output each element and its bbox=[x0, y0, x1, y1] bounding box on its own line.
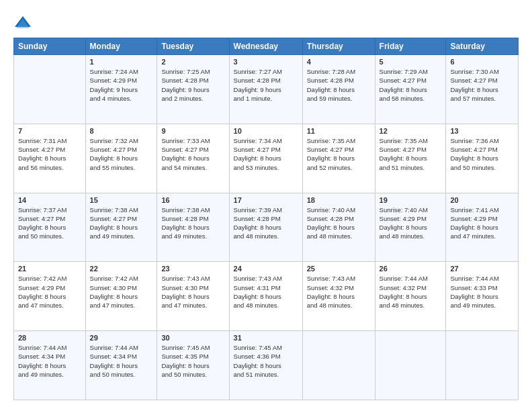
day-number: 5 bbox=[380, 58, 442, 66]
calendar-cell: 26Sunrise: 7:44 AM Sunset: 4:32 PM Dayli… bbox=[375, 262, 446, 331]
calendar-cell: 7Sunrise: 7:31 AM Sunset: 4:27 PM Daylig… bbox=[14, 124, 86, 193]
calendar-week-1: 1Sunrise: 7:24 AM Sunset: 4:29 PM Daylig… bbox=[14, 55, 519, 124]
cell-details: Sunrise: 7:34 AM Sunset: 4:27 PM Dayligh… bbox=[234, 136, 298, 172]
cell-details: Sunrise: 7:44 AM Sunset: 4:33 PM Dayligh… bbox=[450, 274, 514, 310]
day-number: 3 bbox=[234, 58, 298, 66]
calendar-cell bbox=[375, 331, 446, 400]
calendar-cell: 12Sunrise: 7:35 AM Sunset: 4:27 PM Dayli… bbox=[375, 124, 446, 193]
cell-details: Sunrise: 7:33 AM Sunset: 4:27 PM Dayligh… bbox=[161, 136, 224, 172]
cell-details: Sunrise: 7:43 AM Sunset: 4:32 PM Dayligh… bbox=[307, 274, 371, 310]
calendar-cell: 23Sunrise: 7:43 AM Sunset: 4:30 PM Dayli… bbox=[157, 262, 229, 331]
day-number: 10 bbox=[234, 127, 298, 135]
calendar-cell: 18Sunrise: 7:40 AM Sunset: 4:28 PM Dayli… bbox=[302, 193, 375, 262]
weekday-header-monday: Monday bbox=[85, 38, 157, 55]
cell-details: Sunrise: 7:42 AM Sunset: 4:30 PM Dayligh… bbox=[90, 274, 153, 310]
calendar-cell: 19Sunrise: 7:40 AM Sunset: 4:29 PM Dayli… bbox=[375, 193, 446, 262]
cell-details: Sunrise: 7:45 AM Sunset: 4:35 PM Dayligh… bbox=[161, 343, 224, 379]
calendar-cell: 10Sunrise: 7:34 AM Sunset: 4:27 PM Dayli… bbox=[229, 124, 302, 193]
calendar-cell: 22Sunrise: 7:42 AM Sunset: 4:30 PM Dayli… bbox=[85, 262, 157, 331]
calendar-cell: 24Sunrise: 7:43 AM Sunset: 4:31 PM Dayli… bbox=[229, 262, 302, 331]
calendar-cell bbox=[302, 331, 375, 400]
day-number: 22 bbox=[90, 265, 153, 273]
calendar-cell: 29Sunrise: 7:44 AM Sunset: 4:34 PM Dayli… bbox=[85, 331, 157, 400]
cell-details: Sunrise: 7:38 AM Sunset: 4:28 PM Dayligh… bbox=[161, 205, 224, 241]
day-number: 21 bbox=[18, 265, 81, 273]
day-number: 16 bbox=[161, 196, 224, 204]
weekday-header-tuesday: Tuesday bbox=[157, 38, 229, 55]
calendar-cell: 6Sunrise: 7:30 AM Sunset: 4:27 PM Daylig… bbox=[446, 55, 519, 124]
calendar-cell: 21Sunrise: 7:42 AM Sunset: 4:29 PM Dayli… bbox=[14, 262, 86, 331]
calendar-week-2: 7Sunrise: 7:31 AM Sunset: 4:27 PM Daylig… bbox=[14, 124, 519, 193]
day-number: 18 bbox=[307, 196, 371, 204]
cell-details: Sunrise: 7:40 AM Sunset: 4:29 PM Dayligh… bbox=[380, 205, 442, 241]
logo-icon bbox=[13, 13, 32, 32]
cell-details: Sunrise: 7:35 AM Sunset: 4:27 PM Dayligh… bbox=[380, 136, 442, 172]
cell-details: Sunrise: 7:41 AM Sunset: 4:29 PM Dayligh… bbox=[450, 205, 514, 241]
day-number: 24 bbox=[234, 265, 298, 273]
weekday-header-sunday: Sunday bbox=[14, 38, 86, 55]
cell-details: Sunrise: 7:29 AM Sunset: 4:27 PM Dayligh… bbox=[380, 67, 442, 103]
calendar-cell bbox=[14, 55, 86, 124]
calendar-cell: 13Sunrise: 7:36 AM Sunset: 4:27 PM Dayli… bbox=[446, 124, 519, 193]
day-number: 30 bbox=[161, 334, 224, 342]
calendar-cell: 31Sunrise: 7:45 AM Sunset: 4:36 PM Dayli… bbox=[229, 331, 302, 400]
cell-details: Sunrise: 7:42 AM Sunset: 4:29 PM Dayligh… bbox=[18, 274, 81, 310]
calendar-cell: 28Sunrise: 7:44 AM Sunset: 4:34 PM Dayli… bbox=[14, 331, 86, 400]
cell-details: Sunrise: 7:45 AM Sunset: 4:36 PM Dayligh… bbox=[234, 343, 298, 379]
weekday-header-friday: Friday bbox=[375, 38, 446, 55]
calendar-cell: 20Sunrise: 7:41 AM Sunset: 4:29 PM Dayli… bbox=[446, 193, 519, 262]
cell-details: Sunrise: 7:43 AM Sunset: 4:30 PM Dayligh… bbox=[161, 274, 224, 310]
weekday-header-thursday: Thursday bbox=[302, 38, 375, 55]
cell-details: Sunrise: 7:32 AM Sunset: 4:27 PM Dayligh… bbox=[90, 136, 153, 172]
day-number: 7 bbox=[18, 127, 81, 135]
weekday-header-wednesday: Wednesday bbox=[229, 38, 302, 55]
day-number: 27 bbox=[450, 265, 514, 273]
calendar-cell: 15Sunrise: 7:38 AM Sunset: 4:27 PM Dayli… bbox=[85, 193, 157, 262]
cell-details: Sunrise: 7:25 AM Sunset: 4:28 PM Dayligh… bbox=[161, 67, 224, 103]
calendar-cell bbox=[446, 331, 519, 400]
day-number: 2 bbox=[161, 58, 224, 66]
day-number: 9 bbox=[161, 127, 224, 135]
calendar-cell: 1Sunrise: 7:24 AM Sunset: 4:29 PM Daylig… bbox=[85, 55, 157, 124]
header bbox=[13, 11, 519, 32]
calendar-week-5: 28Sunrise: 7:44 AM Sunset: 4:34 PM Dayli… bbox=[14, 331, 519, 400]
day-number: 1 bbox=[90, 58, 153, 66]
calendar-cell: 11Sunrise: 7:35 AM Sunset: 4:27 PM Dayli… bbox=[302, 124, 375, 193]
day-number: 31 bbox=[234, 334, 298, 342]
cell-details: Sunrise: 7:31 AM Sunset: 4:27 PM Dayligh… bbox=[18, 136, 81, 172]
cell-details: Sunrise: 7:36 AM Sunset: 4:27 PM Dayligh… bbox=[450, 136, 514, 172]
calendar-cell: 8Sunrise: 7:32 AM Sunset: 4:27 PM Daylig… bbox=[85, 124, 157, 193]
weekday-header-saturday: Saturday bbox=[446, 38, 519, 55]
cell-details: Sunrise: 7:39 AM Sunset: 4:28 PM Dayligh… bbox=[234, 205, 298, 241]
calendar-table: SundayMondayTuesdayWednesdayThursdayFrid… bbox=[13, 38, 519, 400]
day-number: 29 bbox=[90, 334, 153, 342]
calendar-cell: 2Sunrise: 7:25 AM Sunset: 4:28 PM Daylig… bbox=[157, 55, 229, 124]
calendar-cell: 30Sunrise: 7:45 AM Sunset: 4:35 PM Dayli… bbox=[157, 331, 229, 400]
calendar-week-3: 14Sunrise: 7:37 AM Sunset: 4:27 PM Dayli… bbox=[14, 193, 519, 262]
calendar-cell: 3Sunrise: 7:27 AM Sunset: 4:28 PM Daylig… bbox=[229, 55, 302, 124]
calendar-cell: 4Sunrise: 7:28 AM Sunset: 4:28 PM Daylig… bbox=[302, 55, 375, 124]
cell-details: Sunrise: 7:44 AM Sunset: 4:32 PM Dayligh… bbox=[380, 274, 442, 310]
day-number: 17 bbox=[234, 196, 298, 204]
cell-details: Sunrise: 7:24 AM Sunset: 4:29 PM Dayligh… bbox=[90, 67, 153, 103]
page: SundayMondayTuesdayWednesdayThursdayFrid… bbox=[0, 0, 532, 411]
calendar-cell: 27Sunrise: 7:44 AM Sunset: 4:33 PM Dayli… bbox=[446, 262, 519, 331]
day-number: 11 bbox=[307, 127, 371, 135]
cell-details: Sunrise: 7:27 AM Sunset: 4:28 PM Dayligh… bbox=[234, 67, 298, 103]
day-number: 28 bbox=[18, 334, 81, 342]
logo bbox=[13, 13, 35, 32]
weekday-row: SundayMondayTuesdayWednesdayThursdayFrid… bbox=[14, 38, 519, 55]
day-number: 25 bbox=[307, 265, 371, 273]
day-number: 13 bbox=[450, 127, 514, 135]
cell-details: Sunrise: 7:35 AM Sunset: 4:27 PM Dayligh… bbox=[307, 136, 371, 172]
day-number: 8 bbox=[90, 127, 153, 135]
cell-details: Sunrise: 7:43 AM Sunset: 4:31 PM Dayligh… bbox=[234, 274, 298, 310]
cell-details: Sunrise: 7:30 AM Sunset: 4:27 PM Dayligh… bbox=[450, 67, 514, 103]
day-number: 4 bbox=[307, 58, 371, 66]
day-number: 14 bbox=[18, 196, 81, 204]
day-number: 26 bbox=[380, 265, 442, 273]
cell-details: Sunrise: 7:40 AM Sunset: 4:28 PM Dayligh… bbox=[307, 205, 371, 241]
calendar-cell: 9Sunrise: 7:33 AM Sunset: 4:27 PM Daylig… bbox=[157, 124, 229, 193]
day-number: 23 bbox=[161, 265, 224, 273]
cell-details: Sunrise: 7:38 AM Sunset: 4:27 PM Dayligh… bbox=[90, 205, 153, 241]
